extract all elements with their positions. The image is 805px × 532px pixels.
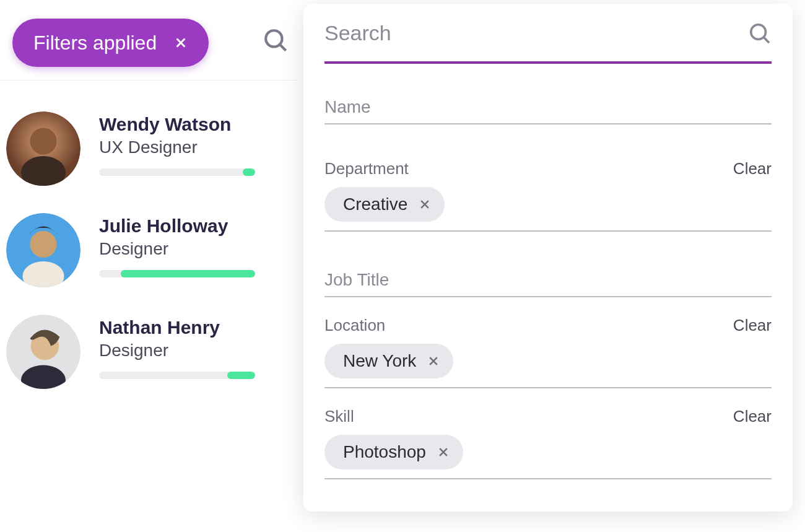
search-icon[interactable]: [748, 22, 772, 45]
panel-search-row: [324, 19, 772, 64]
chip-skill[interactable]: Photoshop: [324, 435, 463, 469]
progress-bar-fill: [243, 168, 255, 176]
person-name: Nathan Henry: [99, 317, 297, 338]
chip-location[interactable]: New York: [324, 344, 453, 378]
list-item[interactable]: Julie Holloway Designer: [6, 199, 297, 301]
clear-button[interactable]: Clear: [733, 159, 772, 178]
close-icon[interactable]: [437, 446, 450, 458]
field-job-title: [324, 266, 772, 297]
avatar: [6, 315, 80, 389]
progress-bar: [99, 270, 255, 277]
search-icon[interactable]: [263, 27, 289, 53]
job-title-input[interactable]: [324, 266, 772, 297]
progress-bar: [99, 372, 255, 379]
person-title: UX Designer: [99, 137, 297, 157]
field-label: Skill: [324, 407, 354, 426]
person-title: Designer: [99, 341, 297, 360]
svg-point-6: [30, 231, 56, 258]
search-input[interactable]: [324, 19, 682, 48]
field-skill: Skill Clear Photoshop: [324, 407, 772, 479]
svg-point-2: [30, 128, 56, 154]
field-label: Location: [324, 316, 385, 335]
progress-bar-fill: [227, 372, 255, 379]
person-name: Julie Holloway: [99, 216, 297, 237]
field-name: [324, 94, 772, 124]
field-location: Location Clear New York: [324, 316, 772, 388]
chip-label: Creative: [343, 194, 407, 214]
person-title: Designer: [99, 239, 297, 259]
avatar: [6, 213, 80, 287]
filters-applied-chip[interactable]: Filters applied: [12, 19, 209, 67]
chip-department[interactable]: Creative: [324, 187, 445, 222]
svg-point-10: [751, 24, 766, 39]
close-icon[interactable]: [427, 355, 440, 367]
clear-button[interactable]: Clear: [733, 316, 772, 335]
people-list: Wendy Watson UX Designer Julie Holloway …: [0, 81, 297, 403]
field-label: Department: [324, 159, 409, 178]
progress-bar: [99, 168, 255, 176]
close-icon[interactable]: [419, 198, 431, 211]
filters-chip-label: Filters applied: [33, 32, 157, 55]
results-header: Filters applied: [0, 0, 297, 81]
name-input[interactable]: [324, 94, 772, 124]
avatar: [6, 111, 80, 186]
chip-label: New York: [343, 351, 416, 371]
field-department: Department Clear Creative: [324, 159, 772, 232]
progress-bar-fill: [121, 270, 255, 277]
close-icon[interactable]: [174, 36, 188, 50]
person-name: Wendy Watson: [99, 114, 297, 135]
filter-panel: Department Clear Creative Location Clear…: [303, 4, 793, 512]
results-column: Filters applied Wendy Watson UX Designer: [0, 0, 297, 403]
svg-point-0: [266, 30, 282, 46]
list-item[interactable]: Nathan Henry Designer: [6, 301, 297, 403]
chip-label: Photoshop: [343, 442, 426, 462]
list-item[interactable]: Wendy Watson UX Designer: [6, 98, 297, 199]
clear-button[interactable]: Clear: [733, 407, 772, 426]
